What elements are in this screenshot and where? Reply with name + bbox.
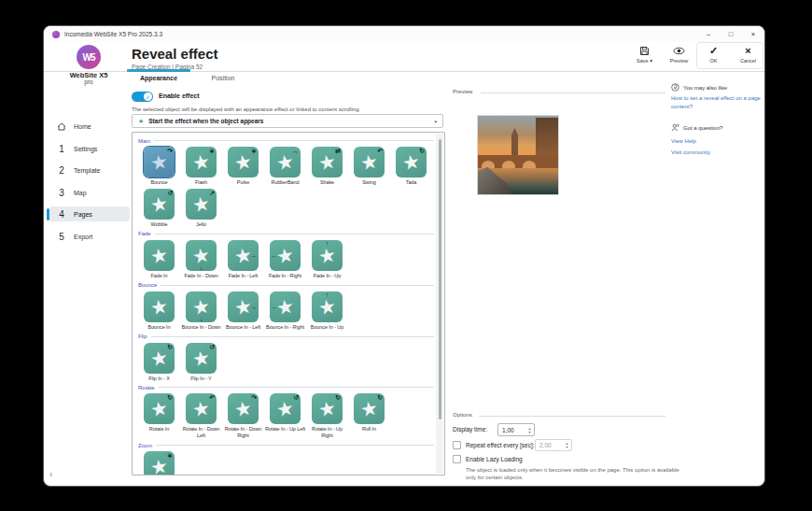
- scrollbar-thumb[interactable]: [439, 139, 441, 419]
- effect-option-fade-in-left[interactable]: ★→Fade In - Left: [222, 240, 264, 279]
- lightbulb-icon: [671, 83, 679, 92]
- effect-option-shake[interactable]: ★⇄Shake: [306, 147, 348, 186]
- effect-option-bounce-in[interactable]: ★Bounce In: [138, 291, 180, 331]
- effect-option-wobble[interactable]: ★↺Wobble: [138, 189, 180, 228]
- effect-option-rotate-in[interactable]: ★↻Rotate In: [138, 393, 180, 439]
- effect-items-row: ★↷Bounce★∗Flash★∗Pulse★↔RubberBand★⇄Shak…: [138, 145, 434, 229]
- effect-star-icon: ★: [138, 118, 144, 124]
- maximize-button[interactable]: □: [720, 26, 742, 42]
- effect-option-jello[interactable]: ★↗Jello: [180, 189, 222, 228]
- effect-option-rotate-in-down-right[interactable]: ★↷Rotate In - Down Right: [222, 393, 264, 439]
- enable-effect-toggle[interactable]: ✓: [132, 92, 153, 102]
- effect-option-fade-in-right[interactable]: ★←Fade In - Right: [264, 240, 306, 279]
- effect-tile-icon: ★↷: [144, 147, 175, 177]
- effect-option-roll-in[interactable]: ★↻Roll In: [348, 393, 390, 439]
- effect-section-title: Fade: [138, 231, 151, 236]
- tab-appearance[interactable]: Appearance: [127, 75, 190, 81]
- save-button[interactable]: Save ▾: [627, 45, 662, 64]
- lazy-loading-label: Enable Lazy Loading: [466, 456, 523, 462]
- effect-option-bounce-in-right[interactable]: ★←Bounce In - Right: [264, 291, 306, 331]
- title-bar[interactable]: Incomedia WebSite X5 Pro 2025.3.3 – □ ×: [44, 26, 764, 42]
- lazy-loading-checkbox[interactable]: [453, 455, 461, 463]
- brand-edition: pro: [66, 78, 111, 85]
- ok-button[interactable]: ✓ OK: [696, 45, 731, 64]
- motion-arrow-icon: ↶: [377, 148, 383, 154]
- effect-option-swing[interactable]: ★↶Swing: [348, 147, 390, 186]
- also-like-header: You may also like:: [671, 83, 728, 92]
- effects-list[interactable]: Main★↷Bounce★∗Flash★∗Pulse★↔RubberBand★⇄…: [132, 132, 445, 476]
- repeat-interval-value: 2,00: [536, 442, 563, 448]
- effect-option-flip-in-y[interactable]: ★↺Flip In - Y: [180, 343, 222, 382]
- effect-tile-icon: ★∗: [186, 147, 217, 177]
- question-header: Got a question?: [671, 123, 722, 132]
- effect-option-bounce-in-down[interactable]: ★↓Bounce In - Down: [180, 291, 222, 331]
- effect-option-flip-in-x[interactable]: ★↻Flip In - X: [138, 343, 180, 382]
- effect-tile-icon: ★→: [228, 291, 259, 322]
- effect-tile-icon: ★⇄: [312, 147, 343, 177]
- toggle-check-icon: ✓: [144, 92, 152, 101]
- display-time-spinner[interactable]: 1,00 ▴ ▾: [497, 423, 535, 436]
- preview-button[interactable]: Preview: [662, 45, 696, 64]
- effect-option-rotate-in-down-left[interactable]: ★↶Rotate In - Down Left: [180, 393, 222, 439]
- effect-option[interactable]: ★∗: [138, 451, 180, 476]
- minimize-button[interactable]: –: [697, 26, 720, 42]
- effect-label: Fade In: [138, 273, 180, 279]
- effect-label: Bounce In - Left: [222, 324, 264, 331]
- effect-tile-icon: ★←: [270, 291, 301, 322]
- effect-section-fade: Fade★Fade In★↓Fade In - Down★→Fade In - …: [138, 230, 434, 280]
- ok-button-label: OK: [696, 58, 731, 64]
- repeat-effect-label: Repeat effect every [sec]:: [466, 442, 535, 448]
- eye-icon: [662, 45, 696, 56]
- window-controls: – □ ×: [697, 26, 764, 42]
- effect-tile-icon: ★↻: [396, 147, 427, 177]
- sidebar-item-template[interactable]: 2 Template: [49, 163, 130, 177]
- effect-trigger-dropdown[interactable]: ★ Start the effect when the object appea…: [132, 114, 443, 128]
- motion-arrow-icon: ↔: [292, 148, 299, 154]
- effect-option-rotate-in-up-left[interactable]: ★↺Rotate In - Up Left: [264, 393, 306, 439]
- effect-label: Jello: [180, 221, 222, 228]
- sidebar-item-settings[interactable]: 1 Settings: [49, 141, 130, 156]
- spinner-arrows[interactable]: ▴ ▾: [525, 427, 534, 433]
- repeat-effect-checkbox[interactable]: [453, 441, 461, 449]
- page-title: Reveal effect: [132, 46, 218, 62]
- sidebar-item-pages[interactable]: 4 Pages: [49, 206, 130, 221]
- collapse-sidebar-chevron[interactable]: ‹: [49, 470, 52, 479]
- cancel-button[interactable]: × Cancel: [731, 45, 765, 64]
- effect-option-flash[interactable]: ★∗Flash: [180, 147, 222, 186]
- spin-down-icon[interactable]: ▾: [528, 431, 530, 433]
- motion-arrow-icon: ↻: [419, 148, 425, 154]
- preview-label: Preview: [453, 89, 472, 94]
- app-window: Incomedia WebSite X5 Pro 2025.3.3 – □ × …: [43, 25, 765, 487]
- sidebar-item-export[interactable]: 5 Export: [49, 229, 130, 244]
- effect-label: Pulse: [222, 179, 264, 186]
- motion-arrow-icon: ∗: [167, 452, 173, 459]
- sidebar-item-home[interactable]: Home: [49, 119, 130, 134]
- effect-option-bounce[interactable]: ★↷Bounce: [138, 147, 180, 186]
- motion-arrow-icon: ←: [272, 252, 278, 259]
- effect-option-pulse[interactable]: ★∗Pulse: [222, 147, 264, 186]
- help-link-reveal-effect[interactable]: How to set a reveal effect on a page con…: [671, 94, 763, 110]
- effect-option-tada[interactable]: ★↻Tada: [390, 147, 432, 186]
- tab-position[interactable]: Position: [200, 75, 246, 81]
- effect-option-rubberband[interactable]: ★↔RubberBand: [264, 147, 306, 186]
- section-divider: [161, 285, 434, 286]
- motion-arrow-icon: ∗: [209, 148, 215, 154]
- effect-items-row: ★↻Flip In - X★↺Flip In - Y: [138, 341, 434, 383]
- sidebar-item-map[interactable]: 3 Map: [49, 185, 130, 200]
- view-help-link[interactable]: View Help: [671, 137, 763, 146]
- effect-items-row: ★↻Rotate In★↶Rotate In - Down Left★↷Rota…: [138, 391, 434, 440]
- effect-tile-icon: ★: [144, 240, 175, 271]
- effect-tile-icon: ★↻: [144, 343, 175, 374]
- effect-label: Bounce In - Down: [180, 324, 222, 331]
- effect-label: Fade In - Down: [180, 273, 222, 279]
- effect-option-bounce-in-left[interactable]: ★→Bounce In - Left: [222, 291, 264, 331]
- effect-option-bounce-in-up[interactable]: ★↑Bounce In - Up: [306, 291, 348, 331]
- visit-community-link[interactable]: Visit community: [671, 149, 763, 157]
- effect-option-fade-in[interactable]: ★Fade In: [138, 240, 180, 279]
- close-button[interactable]: ×: [742, 26, 764, 42]
- effect-label: RubberBand: [264, 179, 306, 186]
- effect-option-fade-in-up[interactable]: ★↑Fade In - Up: [306, 240, 348, 279]
- step-number: 4: [49, 209, 74, 220]
- effect-option-rotate-in-up-right[interactable]: ★↻Rotate In - Up Right: [306, 393, 348, 439]
- effect-option-fade-in-down[interactable]: ★↓Fade In - Down: [180, 240, 222, 279]
